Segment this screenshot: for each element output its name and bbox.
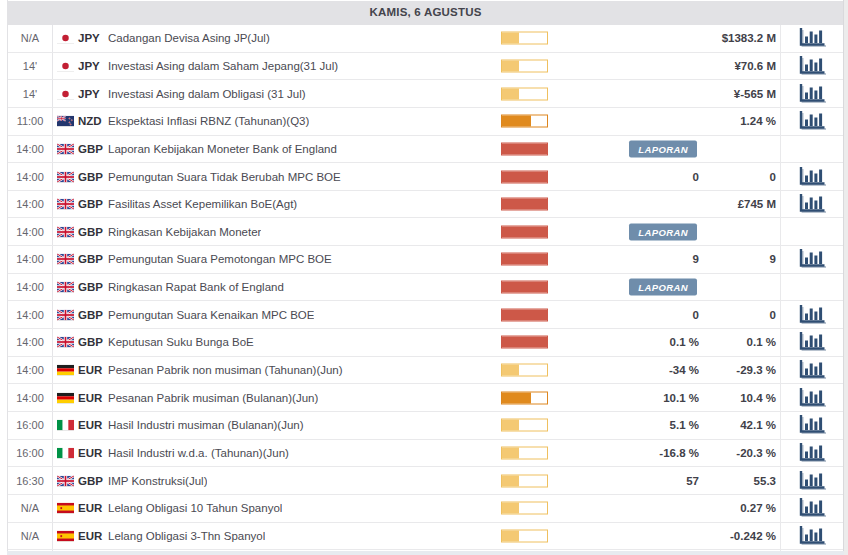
currency-code: GBP	[78, 198, 103, 210]
chart-icon[interactable]	[799, 305, 826, 325]
report-badge[interactable]: LAPORAN	[629, 223, 697, 240]
italy-flag-icon	[57, 420, 74, 431]
chart-icon[interactable]	[799, 498, 826, 518]
chart-icon-cell	[780, 80, 843, 107]
chart-icon-cell	[780, 357, 843, 384]
event-time: 14:00	[8, 384, 53, 411]
page-background-strip-bottom	[7, 551, 844, 555]
chart-icon-cell	[780, 25, 843, 52]
event-row: 14:00 GBP Pemungutan Suara Kenaikan MPC …	[8, 301, 843, 329]
event-name: Pemungutan Suara Pemotongan MPC BOE	[108, 253, 332, 265]
value-col2: 0.27 %	[681, 502, 776, 514]
value-col2: -29.3 %	[681, 364, 776, 376]
spain-flag-icon	[57, 503, 74, 514]
value-col2: -20.3 %	[681, 447, 776, 459]
impact-indicator-low	[501, 529, 548, 542]
value-col2: 10.4 %	[681, 392, 776, 404]
chart-icon[interactable]	[799, 111, 826, 131]
report-badge[interactable]: LAPORAN	[629, 140, 697, 157]
impact-indicator-low	[501, 474, 548, 487]
value-col2: $1383.2 M	[681, 32, 776, 44]
japan-flag-icon	[57, 60, 74, 71]
uk-flag-icon	[57, 143, 74, 154]
event-row: 11:00 NZD Ekspektasi Inflasi RBNZ (Tahun…	[8, 108, 843, 136]
currency-code: EUR	[78, 392, 102, 404]
currency-code: GBP	[78, 281, 103, 293]
event-row: N/A EUR Lelang Obligasi 10 Tahun Spanyol…	[8, 495, 843, 523]
event-row: N/A JPY Cadangan Devisa Asing JP(Jul) $1…	[8, 25, 843, 53]
event-time: 14:00	[8, 246, 53, 273]
chart-icon[interactable]	[799, 443, 826, 463]
currency-code: GBP	[78, 336, 103, 348]
event-time: 16:30	[8, 467, 53, 494]
chart-icon[interactable]	[799, 332, 826, 352]
chart-icon-cell	[780, 384, 843, 411]
chart-icon[interactable]	[799, 167, 826, 187]
value-col2: ¥-565 M	[681, 88, 776, 100]
value-col2: 9	[681, 253, 776, 265]
event-row: 14:00 GBP Pemungutan Suara Pemotongan MP…	[8, 246, 843, 274]
event-time: N/A	[8, 495, 53, 522]
italy-flag-icon	[57, 447, 74, 458]
uk-flag-icon	[57, 282, 74, 293]
value-col2: 0	[681, 171, 776, 183]
value-col2: 55.3	[681, 475, 776, 487]
event-name: Ringkasan Rapat Bank of England	[108, 281, 284, 293]
chart-icon[interactable]	[799, 526, 826, 546]
value-col2: -0.242 %	[681, 530, 776, 542]
value-col2: 0.1 %	[681, 336, 776, 348]
new-zealand-flag-icon	[57, 116, 74, 127]
uk-flag-icon	[57, 226, 74, 237]
impact-indicator-low	[501, 87, 548, 100]
chart-icon[interactable]	[799, 84, 826, 104]
chart-icon-cell	[780, 218, 843, 245]
event-time: 14:00	[8, 136, 53, 163]
calendar-rows: N/A JPY Cadangan Devisa Asing JP(Jul) $1…	[8, 25, 843, 555]
event-name: Pemungutan Suara Kenaikan MPC BOE	[108, 309, 314, 321]
japan-flag-icon	[57, 88, 74, 99]
chart-icon[interactable]	[799, 249, 826, 269]
event-time: 14'	[8, 80, 53, 107]
chart-icon[interactable]	[799, 388, 826, 408]
event-name: Lelang Obligasi 10 Tahun Spanyol	[108, 502, 282, 514]
event-row: 14:00 GBP Ringkasan Rapat Bank of Englan…	[8, 274, 843, 302]
event-time: 16:00	[8, 412, 53, 439]
impact-indicator-high	[501, 225, 548, 238]
event-row: 14:00 GBP Laporan Kebijakan Moneter Bank…	[8, 136, 843, 164]
chart-icon[interactable]	[799, 56, 826, 76]
chart-icon[interactable]	[799, 194, 826, 214]
chart-icon-cell	[780, 495, 843, 522]
currency-code: EUR	[78, 502, 102, 514]
event-row: 16:30 GBP IMP Konstruksi(Jul) 5755.3	[8, 467, 843, 495]
event-name: IMP Konstruksi(Jul)	[108, 475, 207, 487]
event-time: 14'	[8, 53, 53, 80]
chart-icon-cell	[780, 53, 843, 80]
event-row: 14:00 GBP Fasilitas Asset Kepemilikan Bo…	[8, 191, 843, 219]
chart-icon[interactable]	[799, 360, 826, 380]
event-name: Laporan Kebijakan Moneter Bank of Englan…	[108, 143, 337, 155]
chart-icon-cell	[780, 108, 843, 135]
currency-code: EUR	[78, 530, 102, 542]
event-name: Fasilitas Asset Kepemilikan BoE(Agt)	[108, 198, 297, 210]
uk-flag-icon	[57, 254, 74, 265]
event-name: Hasil Industri musiman (Bulanan)(Jun)	[108, 419, 304, 431]
event-name: Investasi Asing dalam Obligasi (31 Jul)	[108, 88, 306, 100]
event-time: 14:00	[8, 357, 53, 384]
chart-icon-cell	[780, 329, 843, 356]
event-row: N/A EUR Lelang Obligasi 3-Thn Spanyol -0…	[8, 523, 843, 551]
chart-icon[interactable]	[799, 28, 826, 48]
chart-icon-cell	[780, 412, 843, 439]
event-name: Pesanan Pabrik non musiman (Tahunan)(Jun…	[108, 364, 343, 376]
chart-icon-cell	[780, 523, 843, 550]
chart-icon[interactable]	[799, 471, 826, 491]
impact-indicator-high	[501, 253, 548, 266]
uk-flag-icon	[57, 475, 74, 486]
report-badge[interactable]: LAPORAN	[629, 279, 697, 296]
page-background-strip	[844, 0, 848, 555]
uk-flag-icon	[57, 309, 74, 320]
event-row: 14:00 EUR Pesanan Pabrik musiman (Bulana…	[8, 384, 843, 412]
chart-icon-cell	[780, 301, 843, 328]
chart-icon[interactable]	[799, 415, 826, 435]
impact-indicator-high	[501, 142, 548, 155]
event-row: 14:00 GBP Ringkasan Kebijakan Moneter LA…	[8, 218, 843, 246]
